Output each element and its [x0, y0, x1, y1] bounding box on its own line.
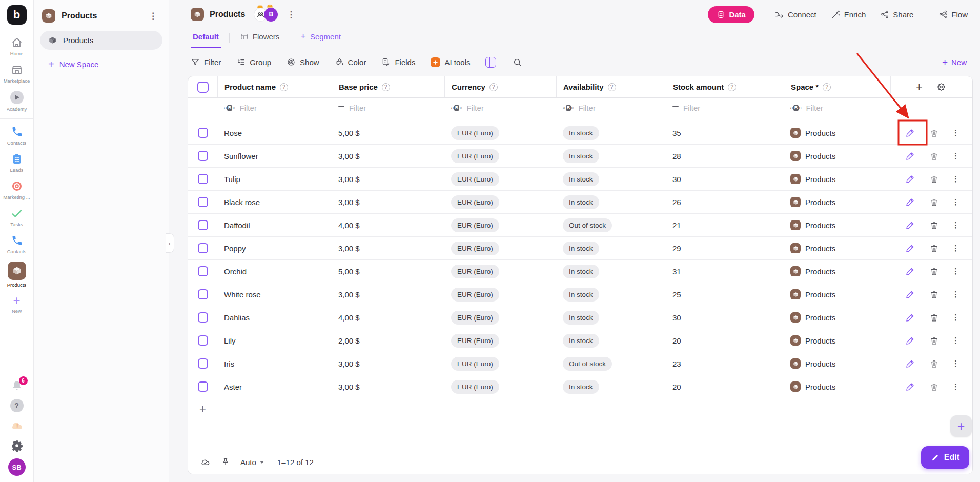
cell-product-name[interactable]: Orchid	[217, 267, 332, 276]
show-button[interactable]: Show	[287, 57, 319, 67]
edit-button[interactable]: Edit	[921, 446, 969, 469]
tab-default[interactable]: Default	[191, 32, 221, 48]
delete-row-button[interactable]	[928, 266, 940, 277]
help-button[interactable]: ?	[10, 399, 24, 412]
row-checkbox[interactable]	[198, 128, 208, 138]
filter-button[interactable]: Filter	[191, 57, 221, 67]
rail-item-new[interactable]: + New	[0, 291, 33, 317]
cell-space[interactable]: Products	[784, 197, 890, 207]
cell-availability[interactable]: Out of stock	[556, 218, 666, 232]
edit-row-button[interactable]	[905, 173, 916, 185]
edit-row-button[interactable]	[905, 312, 916, 323]
edit-row-button[interactable]	[905, 243, 916, 254]
cell-availability[interactable]: In stock	[556, 380, 666, 394]
cell-product-name[interactable]: Daffodil	[217, 221, 332, 230]
edit-row-button[interactable]	[905, 289, 916, 300]
filter-input-currency[interactable]	[467, 104, 548, 112]
cell-availability[interactable]: In stock	[556, 149, 666, 163]
edit-row-button[interactable]	[905, 266, 916, 277]
collapse-sidebar-handle[interactable]: ‹	[166, 233, 174, 253]
ai-tools-button[interactable]: AI tools	[431, 57, 470, 67]
cell-stock-amount[interactable]: 30	[666, 313, 784, 322]
cell-stock-amount[interactable]: 31	[666, 267, 784, 276]
cell-product-name[interactable]: Poppy	[217, 244, 332, 253]
table-row[interactable]: Rose 5,00 $ EUR (Euro) In stock 35 Produ…	[188, 122, 972, 145]
filter-input-stock-amount[interactable]	[683, 104, 775, 112]
cell-space[interactable]: Products	[784, 266, 890, 276]
table-row[interactable]: White rose 3,00 $ EUR (Euro) In stock 25…	[188, 283, 972, 306]
column-header-currency[interactable]: Currency?	[444, 76, 556, 97]
column-header-stock-amount[interactable]: Stock amount?	[666, 76, 784, 97]
rail-item-contacts-2[interactable]: Contacts	[0, 231, 33, 258]
row-menu-button[interactable]: ⋮	[952, 290, 959, 299]
row-menu-button[interactable]: ⋮	[952, 151, 959, 160]
row-checkbox[interactable]	[198, 151, 208, 161]
delete-row-button[interactable]	[928, 358, 940, 369]
spaces-menu-button[interactable]: ⋮	[146, 11, 160, 22]
table-row[interactable]: Orchid 5,00 $ EUR (Euro) In stock 31 Pro…	[188, 260, 972, 283]
cell-base-price[interactable]: 3,00 $	[332, 152, 444, 160]
delete-row-button[interactable]	[928, 196, 940, 208]
cell-currency[interactable]: EUR (Euro)	[444, 195, 556, 209]
edit-row-button[interactable]	[905, 196, 916, 208]
cell-base-price[interactable]: 3,00 $	[332, 175, 444, 184]
cell-space[interactable]: Products	[784, 335, 890, 346]
color-button[interactable]: Color	[335, 57, 366, 67]
table-row[interactable]: Sunflower 3,00 $ EUR (Euro) In stock 28 …	[188, 145, 972, 168]
cell-product-name[interactable]: Iris	[217, 359, 332, 368]
row-height-dropdown[interactable]: Auto	[240, 458, 264, 467]
cell-currency[interactable]: EUR (Euro)	[444, 380, 556, 394]
cell-availability[interactable]: In stock	[556, 265, 666, 278]
cell-currency[interactable]: EUR (Euro)	[444, 149, 556, 163]
cell-stock-amount[interactable]: 29	[666, 244, 784, 253]
cell-stock-amount[interactable]: 26	[666, 198, 784, 207]
group-button[interactable]: Group	[236, 57, 271, 67]
cell-stock-amount[interactable]: 21	[666, 221, 784, 230]
cell-product-name[interactable]: Dahlias	[217, 313, 332, 322]
row-checkbox[interactable]	[198, 243, 208, 253]
cell-space[interactable]: Products	[784, 220, 890, 230]
column-header-availability[interactable]: Availability?	[556, 76, 666, 97]
notifications-button[interactable]: 6	[10, 379, 24, 393]
cell-stock-amount[interactable]: 35	[666, 129, 784, 137]
cell-availability[interactable]: In stock	[556, 334, 666, 348]
cell-stock-amount[interactable]: 25	[666, 290, 784, 299]
cell-product-name[interactable]: Rose	[217, 129, 332, 137]
rail-item-home[interactable]: Home	[0, 33, 33, 60]
row-menu-button[interactable]: ⋮	[952, 267, 959, 276]
row-checkbox[interactable]	[198, 381, 208, 392]
cell-currency[interactable]: EUR (Euro)	[444, 265, 556, 278]
cell-product-name[interactable]: Sunflower	[217, 152, 332, 160]
cell-product-name[interactable]: Black rose	[217, 198, 332, 207]
cell-availability[interactable]: Out of stock	[556, 357, 666, 371]
edit-row-button[interactable]	[905, 358, 916, 369]
delete-row-button[interactable]	[928, 150, 940, 162]
pin-icon[interactable]	[220, 456, 231, 468]
filter-input-availability[interactable]	[579, 104, 658, 112]
edit-row-button[interactable]	[905, 381, 916, 392]
row-menu-button[interactable]: ⋮	[952, 128, 959, 137]
rail-item-tasks[interactable]: Tasks	[0, 204, 33, 231]
cell-base-price[interactable]: 2,00 $	[332, 336, 444, 345]
row-menu-button[interactable]: ⋮	[952, 336, 959, 345]
cell-stock-amount[interactable]: 30	[666, 175, 784, 184]
delete-row-button[interactable]	[928, 335, 940, 346]
app-logo[interactable]: b	[7, 5, 27, 25]
cell-base-price[interactable]: 3,00 $	[332, 244, 444, 253]
row-menu-button[interactable]: ⋮	[952, 174, 959, 184]
column-header-product-name[interactable]: Product name?	[217, 76, 332, 97]
share-button[interactable]: Share	[875, 6, 918, 23]
add-record-fab[interactable]: +	[950, 415, 972, 437]
fields-button[interactable]: Fields	[381, 57, 415, 67]
rail-item-contacts[interactable]: Contacts	[0, 122, 33, 149]
sync-warning-button[interactable]: !	[10, 418, 24, 433]
filter-input-product-name[interactable]	[240, 104, 323, 112]
row-menu-button[interactable]: ⋮	[952, 313, 959, 322]
cell-availability[interactable]: In stock	[556, 126, 666, 140]
filter-input-base-price[interactable]	[349, 104, 436, 112]
cell-space[interactable]: Products	[784, 243, 890, 253]
row-menu-button[interactable]: ⋮	[952, 382, 959, 391]
space-item-products[interactable]: Products	[40, 31, 162, 50]
table-row[interactable]: Black rose 3,00 $ EUR (Euro) In stock 26…	[188, 191, 972, 214]
cell-space[interactable]: Products	[784, 381, 890, 392]
